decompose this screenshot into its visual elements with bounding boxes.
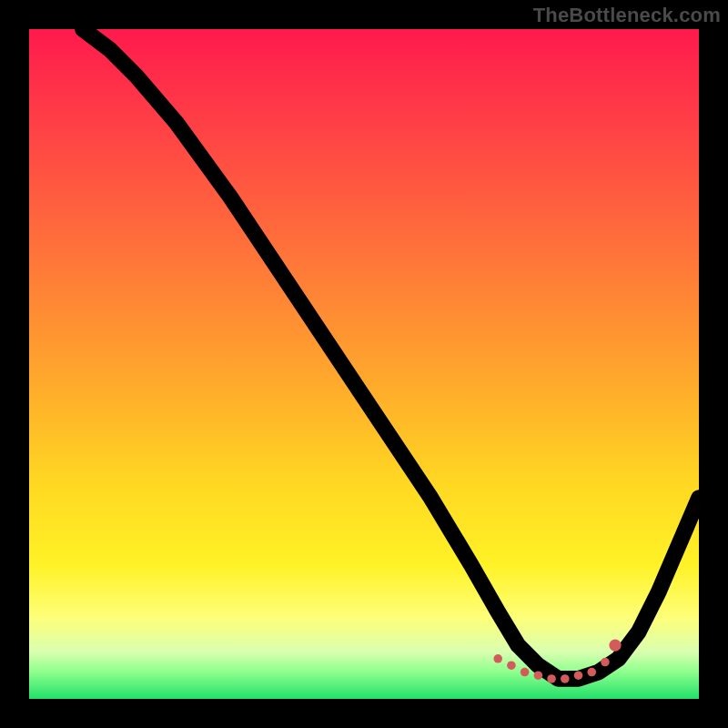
marker-dot — [601, 658, 610, 667]
marker-dot — [507, 661, 516, 670]
marker-dot — [587, 668, 596, 677]
chart-frame: TheBottleneck.com — [0, 0, 728, 728]
marker-dot — [561, 674, 570, 683]
marker-dot — [547, 674, 556, 683]
marker-dot — [574, 671, 583, 680]
plot-area — [29, 29, 699, 699]
curve-layer — [29, 29, 699, 699]
bottleneck-curve — [83, 29, 699, 679]
marker-dot — [493, 654, 502, 663]
marker-dot — [534, 671, 543, 680]
marker-dot — [521, 668, 530, 677]
marker-dot — [609, 639, 621, 651]
watermark-text: TheBottleneck.com — [533, 4, 721, 27]
